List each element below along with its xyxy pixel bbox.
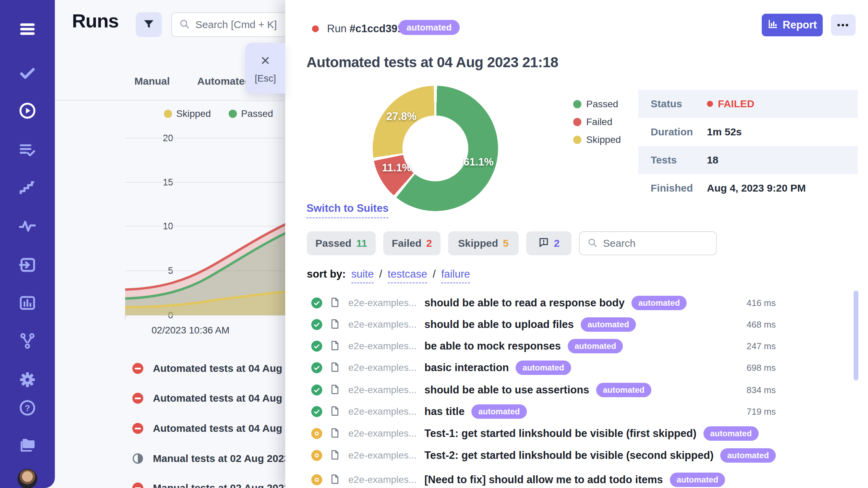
funnel-icon xyxy=(143,18,155,32)
filter-passed-button[interactable]: Passed 11 xyxy=(307,231,376,255)
test-name: Test-1: get started linkshould be visibl… xyxy=(424,427,697,440)
settings-gear-icon[interactable] xyxy=(19,371,36,389)
test-suite: e2e-examples... xyxy=(348,385,417,395)
run-list-item[interactable]: Automated tests at 04 Aug 2023 21:18 aut… xyxy=(132,359,285,378)
summary-value: 18 xyxy=(707,154,718,166)
passed-check-icon xyxy=(311,406,322,417)
tests-search[interactable] xyxy=(579,231,717,255)
sort-by-label: sort by: xyxy=(307,268,346,280)
app-root: ? Runs Manual Automated Mixed xyxy=(0,0,868,488)
test-row[interactable]: e2e-examples... basic interaction automa… xyxy=(311,357,846,379)
run-title: Manual tests at 02 Aug 2023 10:34 xyxy=(153,482,285,488)
test-duration: 247 ms xyxy=(747,341,776,352)
run-status-dot-icon xyxy=(312,25,319,32)
tests-search-input[interactable] xyxy=(603,237,735,249)
test-list-check-icon[interactable] xyxy=(19,141,36,159)
pulse-activity-icon[interactable] xyxy=(19,217,36,235)
passed-check-icon xyxy=(311,362,322,373)
run-list-item[interactable]: Automated tests at 04 Aug 2023 21:15 aut… xyxy=(132,389,285,408)
test-duration: 416 ms xyxy=(747,298,776,308)
automated-badge: automated xyxy=(720,448,775,463)
passed-count: 11 xyxy=(356,237,367,249)
close-panel-popover[interactable]: × [Esc] xyxy=(245,43,285,94)
skipped-count: 5 xyxy=(503,237,509,249)
donut-passed-percent: 61.1% xyxy=(463,156,494,168)
test-row[interactable]: e2e-examples... Test-2: get started link… xyxy=(311,444,846,466)
run-label: Run xyxy=(327,23,347,35)
runs-search[interactable] xyxy=(171,12,285,37)
test-row[interactable]: e2e-examples... should be able to use as… xyxy=(311,379,846,401)
manual-half-circle-icon xyxy=(132,453,143,464)
failed-minus-icon xyxy=(132,483,143,488)
more-options-button[interactable]: ••• xyxy=(831,14,856,36)
run-title: Automated tests at 04 Aug 2023 21:11 xyxy=(153,423,285,434)
summary-row-duration: Duration 1m 52s xyxy=(638,118,858,146)
test-suite: e2e-examples... xyxy=(348,362,417,373)
donut-hole xyxy=(402,115,468,181)
legend-label: Passed xyxy=(586,99,618,110)
failed-minus-icon xyxy=(132,423,143,434)
help-question-icon[interactable]: ? xyxy=(19,399,36,417)
filter-skipped-button[interactable]: Skipped 5 xyxy=(448,231,519,255)
test-suite: e2e-examples... xyxy=(348,406,417,417)
tab-manual[interactable]: Manual xyxy=(134,75,170,87)
test-row[interactable]: e2e-examples... [Need to fix] should all… xyxy=(311,469,846,488)
bar-chart-icon xyxy=(768,19,778,32)
failed-minus-icon xyxy=(132,363,143,374)
test-suite: e2e-examples... xyxy=(348,474,417,485)
sort-suite-link[interactable]: suite xyxy=(351,268,374,283)
test-name: has title xyxy=(424,405,465,418)
runs-search-input[interactable] xyxy=(195,19,285,30)
import-arrow-icon[interactable] xyxy=(19,256,36,274)
legend-failed: Failed xyxy=(573,117,621,127)
test-row[interactable]: e2e-examples... has title automated 719 … xyxy=(311,401,846,423)
summary-row-tests: Tests 18 xyxy=(638,146,858,174)
sort-failure-link[interactable]: failure xyxy=(441,268,470,283)
projects-folder-icon[interactable] xyxy=(19,436,36,454)
file-icon xyxy=(330,450,340,461)
switch-to-suites-link[interactable]: Switch to Suites xyxy=(306,202,388,218)
scrollbar-thumb[interactable] xyxy=(854,291,858,380)
git-branch-icon[interactable] xyxy=(19,332,36,350)
automated-badge: automated xyxy=(631,296,687,310)
test-suite: e2e-examples... xyxy=(348,428,417,439)
donut-legend: Passed Failed Skipped xyxy=(573,99,621,145)
test-row[interactable]: e2e-examples... should be able to upload… xyxy=(311,314,846,336)
run-title: Manual tests at 02 Aug 2023 10:55 xyxy=(153,453,285,464)
test-row[interactable]: e2e-examples... Test-1: get started link… xyxy=(311,423,846,444)
run-list-item[interactable]: Manual tests at 02 Aug 2023 10:55 manual xyxy=(132,449,285,468)
filter-comments-button[interactable]: 2 xyxy=(526,231,571,255)
run-id: #c1ccd391 xyxy=(350,23,403,35)
steps-stairs-icon[interactable] xyxy=(19,179,36,197)
run-detail-panel: Run #c1ccd391 automated Report ••• Autom… xyxy=(285,0,868,488)
skipped-dot-icon xyxy=(573,136,581,144)
automated-badge: automated xyxy=(703,426,759,441)
summary-value: 1m 52s xyxy=(707,126,742,138)
search-icon xyxy=(179,19,190,31)
passed-check-icon xyxy=(311,385,322,395)
test-row[interactable]: e2e-examples... be able to mock response… xyxy=(311,335,846,357)
run-id-line: Run #c1ccd391 xyxy=(327,23,403,35)
automated-badge: automated xyxy=(471,404,527,419)
run-list-item[interactable]: Manual tests at 02 Aug 2023 10:34 manual xyxy=(132,478,285,488)
test-duration: 698 ms xyxy=(747,363,776,373)
close-icon[interactable]: × xyxy=(261,52,270,68)
tests-check-icon[interactable] xyxy=(19,64,36,82)
filter-button[interactable] xyxy=(136,12,162,37)
run-list-item[interactable]: Automated tests at 04 Aug 2023 21:11 aut… xyxy=(132,419,285,438)
passed-dot-icon xyxy=(573,100,581,108)
donut-failed-percent: 11.1% xyxy=(382,162,411,174)
report-button[interactable]: Report xyxy=(762,14,823,36)
filter-failed-button[interactable]: Failed 2 xyxy=(383,231,441,255)
tab-automated[interactable]: Automated xyxy=(197,75,251,87)
user-avatar[interactable] xyxy=(17,469,37,488)
sort-testcase-link[interactable]: testcase xyxy=(388,268,427,283)
test-row[interactable]: e2e-examples... should be able to read a… xyxy=(311,292,846,314)
runs-play-icon[interactable] xyxy=(19,102,36,120)
menu-icon[interactable] xyxy=(19,20,36,38)
file-icon xyxy=(330,406,340,417)
summary-row-status: Status FAILED xyxy=(638,90,858,118)
failed-count: 2 xyxy=(426,237,432,249)
report-chart-icon[interactable] xyxy=(19,294,36,312)
report-button-label: Report xyxy=(783,19,817,31)
